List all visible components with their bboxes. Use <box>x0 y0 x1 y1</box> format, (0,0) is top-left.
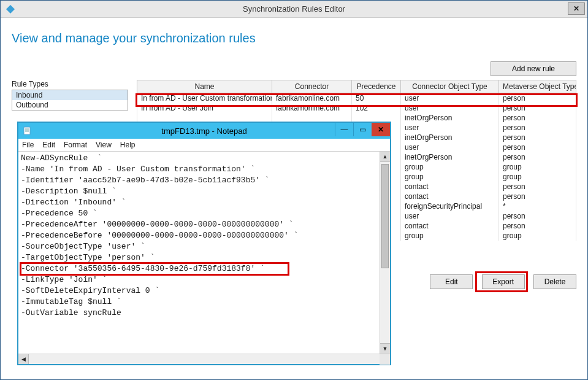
export-highlight: Export <box>475 271 528 292</box>
notepad-icon <box>22 126 32 136</box>
cell-mobj: person <box>499 152 576 162</box>
cell-cobj: user <box>401 93 499 104</box>
top-actions: Add new rule <box>12 61 576 76</box>
notepad-close-button[interactable]: ✕ <box>372 123 390 136</box>
cell-precedence: 102 <box>352 103 401 113</box>
cell-cobj: user <box>401 142 499 152</box>
cell-cobj: group <box>401 172 499 182</box>
col-metaverse-obj[interactable]: Metaverse Object Type <box>499 80 576 93</box>
notepad-menu-item[interactable]: Help <box>120 141 136 149</box>
cell-mobj: person <box>499 182 576 192</box>
notepad-text-area[interactable]: New-ADSyncRule ` -Name 'In from AD - Use… <box>18 152 380 354</box>
cell-mobj: person <box>499 192 576 201</box>
window-title: Synchronization Rules Editor <box>1 4 587 14</box>
notepad-vertical-scrollbar[interactable]: ▲ ▼ <box>380 152 390 354</box>
notepad-maximize-button[interactable]: ▭ <box>353 123 372 136</box>
scroll-down-icon[interactable]: ▼ <box>380 343 390 354</box>
cell-name: In from AD - User Join <box>137 103 272 113</box>
rule-types-label: Rule Types <box>12 80 128 88</box>
add-new-rule-button[interactable]: Add new rule <box>491 61 576 76</box>
cell-cobj: user <box>401 123 499 133</box>
col-connector[interactable]: Connector <box>272 80 352 93</box>
cell-connector: fabrikamonline.com <box>272 93 352 104</box>
notepad-menu-item[interactable]: File <box>22 141 34 149</box>
cell-mobj: person <box>499 103 576 113</box>
cell-connector: fabrikamonline.com <box>272 103 352 113</box>
rule-types-list[interactable]: InboundOutbound <box>12 90 128 111</box>
cell-cobj: group <box>401 162 499 172</box>
edit-button[interactable]: Edit <box>430 274 473 289</box>
notepad-window[interactable]: tmpFD13.tmp - Notepad — ▭ ✕ FileEditForm… <box>18 122 391 365</box>
cell-mobj: person <box>499 93 576 104</box>
page-heading: View and manage your synchronization rul… <box>12 31 576 45</box>
cell-name: In from AD - User Custom transformation <box>137 93 272 104</box>
rule-type-item[interactable]: Outbound <box>12 100 128 110</box>
app-icon <box>4 3 17 15</box>
scroll-corner <box>380 354 390 365</box>
cell-cobj: contact <box>401 182 499 192</box>
notepad-minimize-button[interactable]: — <box>335 123 353 136</box>
svg-rect-1 <box>24 127 30 134</box>
scroll-thumb-v[interactable] <box>381 164 389 268</box>
cell-cobj: contact <box>401 192 499 201</box>
export-button[interactable]: Export <box>482 274 525 289</box>
col-name[interactable]: Name <box>137 80 272 93</box>
cell-mobj: group <box>499 231 576 241</box>
col-connector-obj[interactable]: Connector Object Type <box>401 80 499 93</box>
cell-cobj: user <box>401 103 499 113</box>
cell-name <box>137 113 272 123</box>
cell-mobj: person <box>499 142 576 152</box>
window-close-button[interactable]: ✕ <box>568 2 585 15</box>
cell-cobj: group <box>401 231 499 241</box>
cell-cobj: foreignSecurityPrincipal <box>401 201 499 211</box>
cell-mobj: group <box>499 162 576 172</box>
cell-mobj: person <box>499 221 576 231</box>
table-row[interactable]: In from AD - User Custom transformationf… <box>137 93 576 104</box>
notepad-horizontal-scrollbar[interactable]: ◀ ▶ <box>18 354 390 364</box>
cell-mobj: person <box>499 123 576 133</box>
cell-cobj: inetOrgPerson <box>401 113 499 123</box>
cell-mobj: * <box>499 201 576 211</box>
notepad-menu-item[interactable]: Format <box>64 141 87 149</box>
notepad-menu-item[interactable]: View <box>96 141 112 149</box>
scroll-left-icon[interactable]: ◀ <box>18 354 29 364</box>
cell-cobj: inetOrgPerson <box>401 152 499 162</box>
delete-button[interactable]: Delete <box>533 274 576 289</box>
cell-cobj: inetOrgPerson <box>401 133 499 142</box>
cell-connector <box>272 113 352 123</box>
rule-type-item[interactable]: Inbound <box>12 90 128 100</box>
notepad-menu-item[interactable]: Edit <box>42 141 55 149</box>
cell-mobj: person <box>499 211 576 221</box>
scroll-up-icon[interactable]: ▲ <box>380 152 390 162</box>
table-row[interactable]: inetOrgPersonperson <box>137 113 576 123</box>
table-row[interactable]: In from AD - User Joinfabrikamonline.com… <box>137 103 576 113</box>
cell-mobj: group <box>499 172 576 182</box>
cell-mobj: person <box>499 133 576 142</box>
notepad-menu: FileEditFormatViewHelp <box>18 139 390 152</box>
cell-cobj: user <box>401 211 499 221</box>
notepad-titlebar[interactable]: tmpFD13.tmp - Notepad — ▭ ✕ <box>18 123 390 139</box>
cell-precedence <box>352 113 401 123</box>
cell-cobj: contact <box>401 221 499 231</box>
svg-marker-0 <box>6 5 15 14</box>
cell-precedence: 50 <box>352 93 401 104</box>
cell-mobj: person <box>499 113 576 123</box>
main-titlebar: Synchronization Rules Editor ✕ <box>1 1 587 18</box>
col-precedence[interactable]: Precedence <box>352 80 401 93</box>
